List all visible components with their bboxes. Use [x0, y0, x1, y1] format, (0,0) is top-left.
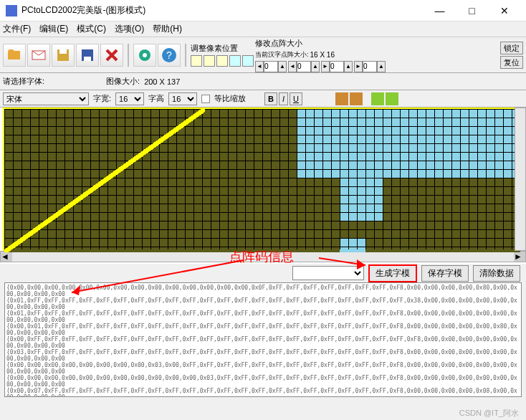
svg-rect-2	[59, 49, 67, 54]
gear-icon[interactable]	[133, 44, 156, 67]
move-left-icon[interactable]	[191, 55, 202, 67]
svg-point-6	[143, 53, 147, 57]
action-row: 生成字模 保存字模 清除数据	[0, 264, 526, 282]
menu-edit[interactable]: 编辑(E)	[39, 23, 68, 35]
menu-help[interactable]: 帮助(H)	[153, 23, 182, 35]
pixel-position-group: 调整像素位置	[191, 43, 254, 67]
flip-h-icon[interactable]	[350, 92, 363, 105]
maximize-button[interactable]: □	[456, 0, 488, 22]
svg-rect-4	[84, 57, 91, 61]
lock-button[interactable]: 锁定	[500, 42, 523, 54]
current-size-label: 当前汉字点阵大小:	[255, 50, 309, 59]
delete-icon[interactable]	[100, 44, 123, 67]
save-font-button[interactable]: 保存字模	[421, 265, 469, 282]
bold-button[interactable]: B	[264, 92, 277, 105]
envelope-icon[interactable]	[27, 44, 50, 67]
menu-mode[interactable]: 模式(C)	[77, 23, 106, 35]
window-title: PCtoLCD2002完美版-(图形模式)	[21, 4, 424, 16]
scale-label: 等比缩放	[214, 93, 246, 104]
input-combo[interactable]	[292, 266, 364, 280]
underline-button[interactable]: U	[290, 92, 302, 105]
close-button[interactable]: ✕	[488, 0, 520, 22]
font-label: 请选择字体:	[3, 76, 44, 87]
diagonal-line	[4, 109, 205, 252]
rotate-icon[interactable]	[335, 92, 348, 105]
image-size-label: 图像大小:	[106, 76, 140, 87]
size-display: 16 X 16	[310, 51, 335, 59]
pixel-canvas-area: ◄►	[0, 108, 526, 264]
charw-label: 字宽:	[93, 93, 111, 104]
center-icon[interactable]	[242, 55, 254, 67]
menu-file[interactable]: 文件(F)	[3, 23, 31, 35]
image-size-value: 200 X 137	[144, 77, 180, 86]
charh-select[interactable]: 16	[168, 92, 197, 105]
toolbar: ? 调整像素位置 修改点阵大小 当前汉字点阵大小: 16 X 16 ◄▲ ◄▲ …	[0, 37, 526, 73]
charh-label: 字高	[148, 93, 164, 104]
minimize-button[interactable]: —	[424, 0, 456, 22]
font-select[interactable]: 宋体	[3, 92, 89, 105]
help-icon[interactable]: ?	[158, 44, 181, 67]
matrix-size-label: 修改点阵大小	[255, 38, 386, 49]
open-icon[interactable]	[3, 44, 26, 67]
horizontal-scrollbar[interactable]: ◄►	[0, 251, 526, 262]
svg-text:?: ?	[166, 49, 172, 61]
menu-options[interactable]: 选项(O)	[115, 23, 144, 35]
disk-icon[interactable]	[76, 44, 99, 67]
spin-d[interactable]: ►▲	[354, 61, 386, 72]
move-up-icon[interactable]	[216, 55, 228, 67]
matrix-size-group: 修改点阵大小 当前汉字点阵大小: 16 X 16 ◄▲ ◄▲ ►▲ ►▲	[255, 38, 386, 72]
vertical-scrollbar[interactable]	[515, 108, 526, 251]
charw-select[interactable]: 16	[115, 92, 144, 105]
pixel-pos-label: 调整像素位置	[191, 43, 254, 54]
generate-button[interactable]: 生成字模	[368, 264, 417, 282]
save-icon[interactable]	[52, 44, 75, 67]
watermark: CSDN @IT_阿水	[459, 408, 519, 419]
italic-button[interactable]: I	[279, 92, 288, 105]
move-down-icon[interactable]	[229, 55, 241, 67]
properties-row: 请选择字体: 图像大小: 200 X 137	[0, 73, 526, 90]
font-row: 宋体 字宽: 16 字高 16 等比缩放 B I U	[0, 90, 526, 108]
pixel-grid[interactable]	[3, 108, 519, 251]
flip-v-icon[interactable]	[371, 92, 384, 105]
divider	[128, 44, 129, 67]
title-bar: PCtoLCD2002完美版-(图形模式) — □ ✕	[0, 0, 526, 22]
reset-button[interactable]: 复位	[500, 56, 523, 69]
hex-output[interactable]: {0x00,0x00,0x00,0x00,0x00,0x00,0x00,0x00…	[4, 282, 522, 397]
mirror-icon[interactable]	[386, 92, 398, 105]
scale-checkbox[interactable]	[201, 95, 210, 103]
spin-a[interactable]: ◄▲	[255, 61, 287, 72]
move-right-icon[interactable]	[204, 55, 215, 67]
spin-b[interactable]: ◄▲	[288, 61, 320, 72]
menu-bar: 文件(F) 编辑(E) 模式(C) 选项(O) 帮助(H)	[0, 22, 526, 37]
clear-button[interactable]: 清除数据	[473, 265, 520, 282]
divider	[185, 44, 186, 67]
spin-c[interactable]: ►▲	[321, 61, 353, 72]
app-icon	[6, 5, 17, 16]
